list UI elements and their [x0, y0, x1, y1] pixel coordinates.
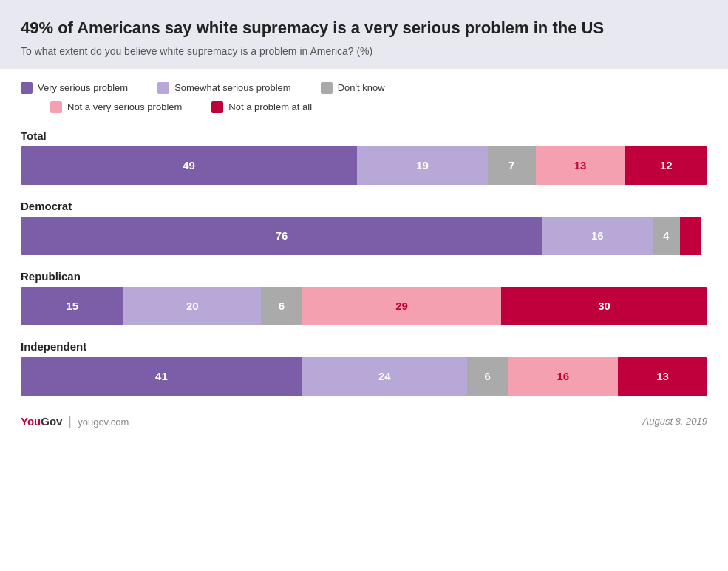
- legend-item: Somewhat serious problem: [157, 82, 291, 94]
- brand-logo: YouGov: [21, 415, 66, 428]
- bar-segment: 16: [508, 357, 619, 396]
- main-title: 49% of Americans say white supremacy is …: [21, 18, 707, 39]
- footer: YouGov | yougov.com August 8, 2019: [21, 410, 707, 428]
- bar-segment: 49: [21, 146, 357, 185]
- legend-color-box: [321, 82, 333, 94]
- subtitle: To what extent do you believe white supr…: [21, 45, 707, 57]
- bar-segment: 15: [21, 287, 123, 325]
- legend-color-box: [21, 82, 33, 94]
- chart-label: Total: [21, 129, 707, 142]
- brand-section: YouGov | yougov.com: [21, 415, 129, 428]
- legend-color-box: [211, 101, 223, 113]
- legend-item-label: Very serious problem: [38, 82, 128, 93]
- bar-container: 412461613: [21, 357, 707, 396]
- legend-item: Don't know: [321, 82, 385, 94]
- bar-segment: 24: [302, 357, 467, 396]
- legend-color-box: [50, 101, 62, 113]
- bar-container: 76164: [21, 217, 707, 255]
- bar-segment: [680, 217, 701, 255]
- legend-item: Not a problem at all: [211, 101, 312, 113]
- bar-segment: 13: [536, 146, 625, 185]
- bar-segment: 7: [488, 146, 536, 185]
- chart-label: Democrat: [21, 200, 707, 212]
- legend-item: Not a very serious problem: [50, 101, 182, 113]
- bar-segment: 16: [542, 217, 653, 255]
- legend-item-label: Not a very serious problem: [67, 101, 182, 112]
- bar-segment: 20: [123, 287, 261, 325]
- legend-item-label: Don't know: [338, 82, 385, 93]
- legend-color-box: [157, 82, 169, 94]
- chart-section-democrat: Democrat76164: [21, 200, 707, 255]
- bar-segment: 12: [625, 146, 707, 185]
- legend-item-label: Not a problem at all: [228, 101, 312, 112]
- bar-segment: 13: [618, 357, 707, 396]
- chart-section-republican: Republican152062930: [21, 270, 707, 325]
- date-label: August 8, 2019: [643, 416, 707, 427]
- bar-segment: 41: [21, 357, 302, 396]
- brand-url: yougov.com: [78, 416, 129, 428]
- chart-section-independent: Independent412461613: [21, 340, 707, 396]
- bar-segment: 30: [501, 287, 707, 325]
- page-container: 49% of Americans say white supremacy is …: [0, 0, 728, 443]
- bar-segment: 19: [357, 146, 488, 185]
- legend-row-1: Very serious problemSomewhat serious pro…: [21, 82, 707, 94]
- legend: Very serious problemSomewhat serious pro…: [21, 82, 707, 113]
- chart-label: Independent: [21, 340, 707, 353]
- bar-segment: 4: [653, 217, 680, 255]
- bar-segment: 6: [261, 287, 302, 325]
- chart-section-total: Total491971312: [21, 129, 707, 185]
- legend-item: Very serious problem: [21, 82, 128, 94]
- brand-gov: Gov: [41, 415, 62, 428]
- legend-row-2: Not a very serious problemNot a problem …: [21, 101, 707, 113]
- charts-container: Total491971312Democrat76164Republican152…: [21, 129, 707, 396]
- bar-segment: 29: [302, 287, 501, 325]
- chart-label: Republican: [21, 270, 707, 283]
- bar-segment: 6: [467, 357, 508, 396]
- brand-you: You: [21, 415, 41, 428]
- bar-container: 152062930: [21, 287, 707, 325]
- bar-container: 491971312: [21, 146, 707, 185]
- bar-segment: 76: [21, 217, 542, 255]
- header-section: 49% of Americans say white supremacy is …: [0, 0, 728, 69]
- legend-item-label: Somewhat serious problem: [174, 82, 291, 93]
